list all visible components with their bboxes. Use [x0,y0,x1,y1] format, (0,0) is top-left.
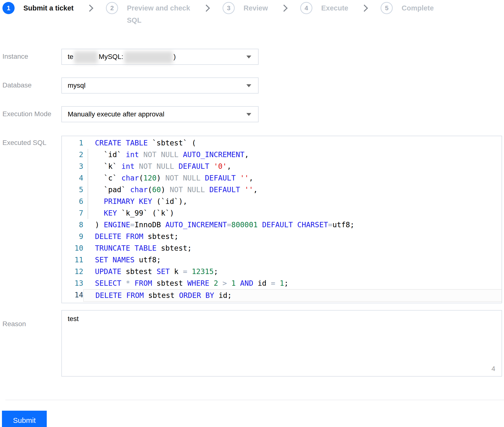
step-1-label: Submit a ticket [23,2,74,14]
sql-line: 6 PRIMARY KEY (`id`), [62,196,502,207]
step-5-badge: 5 [381,2,393,14]
instance-value-prefix: te [68,53,73,61]
instance-select[interactable]: te MySQL: ) [61,49,259,65]
sql-line: 2 `id` int NOT NULL AUTO_INCREMENT, [62,149,502,161]
step-3-badge: 3 [223,2,235,14]
chevron-right-icon [203,5,210,12]
line-number: 1 [62,137,83,149]
wizard-stepper: 1 Submit a ticket 2 Preview and check SQ… [2,2,504,26]
database-select[interactable]: mysql [61,77,259,94]
line-number: 10 [62,242,83,254]
reason-textarea[interactable]: test [62,311,502,376]
step-preview-check-sql: 2 Preview and check SQL [106,2,190,26]
reason-field-container: test 4 [61,310,502,377]
sql-line: 13SELECT * FROM sbtest WHERE 2 > 1 AND i… [62,277,502,289]
step-execute: 4 Execute [300,2,348,14]
step-submit-ticket: 1 Submit a ticket [2,2,74,14]
submit-button[interactable]: Submit [2,411,47,427]
step-2-label: Preview and check SQL [127,2,190,26]
sql-line: 3 `k` int NOT NULL DEFAULT '0', [62,161,502,172]
line-number: 11 [62,254,83,266]
sql-line: 14DELETE FROM sbtest ORDER BY id; [62,289,502,302]
indent-guide [88,149,88,219]
instance-value-mid: MySQL: [99,53,123,61]
footer-divider [5,400,504,400]
line-number: 9 [62,231,83,242]
chevron-right-icon [280,5,288,12]
line-number: 13 [62,277,83,289]
caret-down-icon [246,56,251,58]
instance-label: Instance [2,53,28,60]
sql-line: 11SET NAMES utf8; [62,254,502,266]
line-number: 2 [62,149,83,161]
execution-mode-label: Execution Mode [2,110,51,118]
step-2-badge: 2 [106,2,118,14]
chevron-right-icon [86,5,93,12]
line-number: 4 [62,172,83,184]
line-number: 7 [62,207,83,219]
line-number: 3 [62,161,83,172]
reason-label: Reason [2,320,26,328]
step-1-badge: 1 [2,2,15,14]
database-value: mysql [68,82,85,89]
line-number: 6 [62,196,83,207]
executed-sql-label: Executed SQL [2,139,47,147]
execution-mode-select[interactable]: Manually execute after approval [61,106,259,122]
step-review: 3 Review [223,2,268,14]
execution-mode-value: Manually execute after approval [68,110,164,118]
sql-line: 4 `c` char(120) NOT NULL DEFAULT '', [62,172,502,184]
submit-ticket-page: 1 Submit a ticket 2 Preview and check SQ… [0,0,504,427]
char-counter: 4 [491,365,495,373]
database-label: Database [2,81,32,89]
step-complete: 5 Complete [381,2,434,14]
sql-line: 12UPDATE sbtest SET k = 12315; [62,266,502,277]
step-5-label: Complete [401,2,434,14]
step-3-label: Review [243,2,268,14]
step-4-label: Execute [321,2,348,14]
sql-line: 9DELETE FROM sbtest; [62,231,502,242]
sql-editor[interactable]: 1CREATE TABLE `sbtest` (2 `id` int NOT N… [61,136,502,303]
sql-code-area: 1CREATE TABLE `sbtest` (2 `id` int NOT N… [62,136,502,302]
redacted-text [124,51,173,64]
line-number: 12 [62,266,83,277]
sql-line: 1CREATE TABLE `sbtest` ( [62,137,502,149]
sql-line: 8) ENGINE=InnoDB AUTO_INCREMENT=800001 D… [62,219,502,231]
caret-down-icon [246,113,251,116]
redacted-text [74,51,98,64]
line-number: 8 [62,219,83,231]
caret-down-icon [246,84,251,87]
sql-line: 7 KEY `k_99` (`k`) [62,207,502,219]
line-number: 14 [62,289,83,302]
step-4-badge: 4 [300,2,312,14]
sql-line: 10TRUNCATE TABLE sbtest; [62,242,502,254]
sql-line: 5 `pad` char(60) NOT NULL DEFAULT '', [62,184,502,196]
instance-value-suffix: ) [174,53,176,61]
chevron-right-icon [361,5,368,12]
line-number: 5 [62,184,83,196]
